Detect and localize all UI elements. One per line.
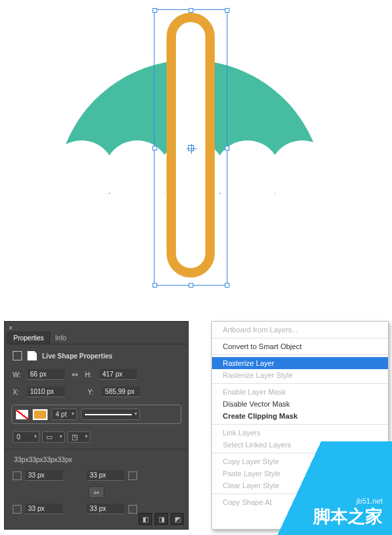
cap-dropdown[interactable]: ▭ — [42, 431, 65, 443]
watermark-name: 脚本之家 — [313, 505, 383, 528]
section-title-label: Live Shape Properties — [42, 352, 112, 360]
shape-type-icon — [13, 351, 22, 360]
menu-separator — [212, 424, 388, 425]
menu-separator — [212, 383, 388, 384]
watermark-url: jb51.net — [357, 497, 383, 505]
corner-summary-text: 33px33px33px33px — [5, 452, 188, 467]
pathfinder-unite-icon[interactable]: ◧ — [138, 513, 152, 525]
handle-top-mid[interactable] — [189, 8, 193, 13]
pathfinder-icons: ◧ ◨ ◩ — [138, 513, 184, 525]
join-dropdown[interactable]: ◳ — [68, 431, 90, 443]
corner-br-lock[interactable] — [128, 505, 137, 514]
pathfinder-subtract-icon[interactable]: ◨ — [155, 513, 168, 525]
corner-tr-field[interactable] — [87, 470, 124, 481]
stroke-style-preview — [85, 414, 132, 415]
section-title: Live Shape Properties — [5, 344, 188, 366]
tab-info[interactable]: Info — [50, 332, 72, 344]
transform-center-icon[interactable] — [188, 145, 194, 151]
corner-bl-field[interactable] — [25, 504, 63, 514]
link-wh-icon[interactable]: ⇔ — [72, 370, 78, 379]
width-label: W: — [13, 371, 22, 379]
pathfinder-intersect-icon[interactable]: ◩ — [171, 513, 184, 525]
link-corners-icon[interactable]: ⇔ — [88, 486, 104, 498]
handle-mid-right[interactable] — [225, 146, 229, 150]
corner-tr-lock[interactable] — [128, 471, 137, 480]
selection-bounding-box[interactable] — [154, 9, 227, 286]
menu-item: Rasterize Layer Style — [212, 369, 388, 381]
handle-bot-left[interactable] — [153, 283, 157, 288]
menu-separator — [212, 338, 388, 338]
width-field[interactable] — [27, 369, 65, 380]
handle-bot-mid[interactable] — [189, 283, 193, 288]
menu-item[interactable]: Convert to Smart Object — [212, 340, 388, 352]
panel-close-icon[interactable]: × — [9, 324, 13, 332]
corner-br-field[interactable] — [87, 504, 124, 514]
menu-separator — [212, 354, 388, 355]
tab-properties[interactable]: Properties — [7, 332, 50, 344]
menu-item[interactable]: Disable Vector Mask — [212, 398, 388, 410]
y-field[interactable] — [102, 387, 140, 397]
menu-item: Enable Layer Mask — [212, 386, 388, 398]
stroke-weight-dropdown[interactable]: 4 pt — [52, 409, 77, 420]
handle-top-right[interactable] — [225, 8, 229, 13]
corner-tl-lock[interactable] — [13, 471, 21, 480]
height-label: H: — [85, 371, 94, 379]
handle-top-left[interactable] — [153, 8, 157, 13]
x-field[interactable] — [27, 387, 65, 397]
y-label: Y: — [88, 389, 97, 396]
properties-panel: × Properties Info Live Shape Properties … — [4, 321, 189, 530]
corner-tl-field[interactable] — [25, 470, 63, 481]
handle-mid-left[interactable] — [153, 146, 157, 150]
stroke-row: 4 pt — [11, 405, 181, 424]
stroke-align-dropdown[interactable]: 0 — [13, 431, 39, 443]
panel-tabs: Properties Info — [5, 322, 188, 344]
menu-item: Link Layers — [212, 427, 388, 439]
menu-item[interactable]: Create Clipping Mask — [212, 410, 388, 422]
x-label: X: — [13, 389, 22, 396]
fill-swatch-none[interactable] — [15, 409, 29, 420]
height-field[interactable] — [100, 369, 137, 380]
watermark-ribbon: jb51.net 脚本之家 — [245, 441, 392, 535]
stroke-swatch[interactable] — [33, 409, 47, 420]
stroke-style-dropdown[interactable] — [81, 409, 140, 420]
handle-bot-right[interactable] — [225, 283, 229, 288]
mask-icon — [27, 351, 37, 360]
menu-item[interactable]: Rasterize Layer — [212, 357, 388, 369]
corner-bl-lock[interactable] — [13, 505, 21, 514]
menu-item: Artboard from Layers... — [212, 324, 388, 336]
artboard-canvas — [0, 0, 392, 314]
